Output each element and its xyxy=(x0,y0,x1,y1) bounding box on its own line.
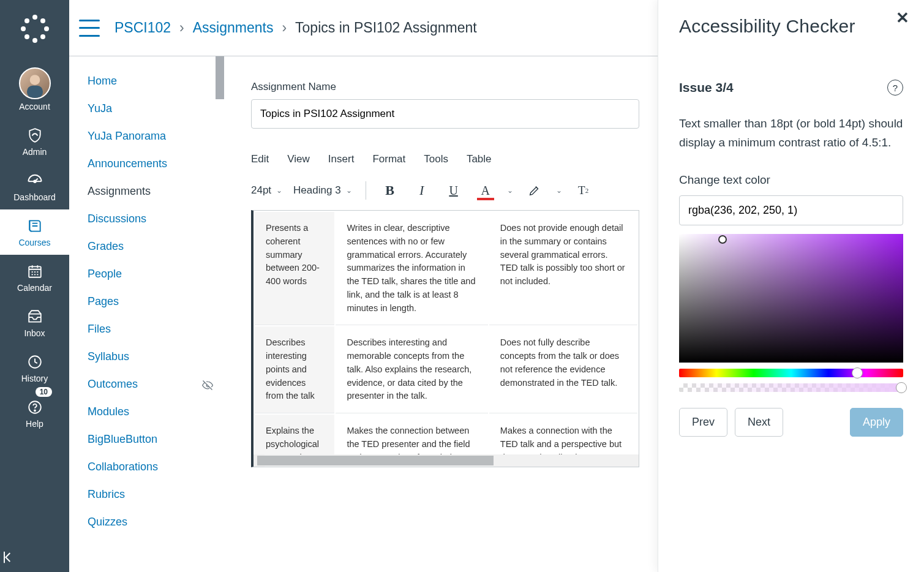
font-size-dropdown[interactable]: 24pt ⌄ xyxy=(251,184,282,197)
svg-rect-9 xyxy=(27,86,43,98)
course-nav-item[interactable]: Syllabus xyxy=(88,343,216,371)
course-nav-item[interactable]: Grades xyxy=(88,233,216,260)
scrollbar-thumb[interactable] xyxy=(257,456,494,465)
horizontal-scrollbar[interactable]: ◂ xyxy=(257,454,639,467)
issue-counter: Issue 3/4 xyxy=(679,80,734,95)
svg-point-1 xyxy=(32,38,37,43)
breadcrumb-course[interactable]: PSCI102 xyxy=(115,20,171,36)
clock-icon xyxy=(26,353,44,371)
svg-point-5 xyxy=(40,18,45,23)
close-button[interactable]: ✕ xyxy=(896,9,909,28)
breadcrumb-section[interactable]: Assignments xyxy=(193,20,274,36)
table-cell[interactable]: Presents a coherent summary between 200-… xyxy=(255,212,334,325)
issue-help-button[interactable]: ? xyxy=(887,80,903,96)
nav-calendar[interactable]: Calendar xyxy=(0,255,69,300)
nav-inbox-label: Inbox xyxy=(0,328,69,338)
superscript-button[interactable]: T2 xyxy=(573,180,594,201)
course-nav-item[interactable]: Files xyxy=(88,315,216,343)
table-cell[interactable]: Describes interesting and memorable conc… xyxy=(336,326,487,413)
menu-table[interactable]: Table xyxy=(467,153,492,165)
canvas-logo-icon xyxy=(18,12,51,45)
hue-thumb[interactable] xyxy=(852,367,863,378)
nav-help-label: Help xyxy=(0,419,69,429)
rce-content-area[interactable]: Presents a coherent summary between 200-… xyxy=(251,210,639,467)
color-value-input[interactable] xyxy=(679,195,903,225)
book-icon xyxy=(26,217,44,235)
hue-slider[interactable] xyxy=(679,369,903,377)
course-nav-item[interactable]: People xyxy=(88,260,216,288)
underline-button[interactable]: U xyxy=(443,180,464,201)
nav-account[interactable]: Account xyxy=(0,60,69,119)
close-icon: ✕ xyxy=(896,9,909,27)
bold-button[interactable]: B xyxy=(380,180,400,201)
paragraph-value: Heading 3 xyxy=(293,184,341,197)
svg-point-4 xyxy=(24,18,29,23)
course-nav-item[interactable]: Discussions xyxy=(88,205,216,233)
chevron-down-icon: ⌄ xyxy=(276,186,282,195)
course-nav-item[interactable]: Collaborations xyxy=(88,453,216,481)
table-cell[interactable]: Writes in clear, descriptive sentences w… xyxy=(336,212,487,325)
next-button[interactable]: Next xyxy=(735,408,783,437)
nav-help[interactable]: 10 Help xyxy=(0,391,69,436)
course-nav-item[interactable]: Rubrics xyxy=(88,481,216,508)
assignment-name-label: Assignment Name xyxy=(251,81,639,93)
nav-inbox[interactable]: Inbox xyxy=(0,300,69,345)
accessibility-checker-panel: ✕ Accessibility Checker Issue 3/4 ? Text… xyxy=(658,0,924,572)
alpha-slider[interactable] xyxy=(679,383,903,392)
assignment-name-input[interactable] xyxy=(251,99,639,129)
nav-history-label: History xyxy=(0,374,69,383)
menu-edit[interactable]: Edit xyxy=(251,153,269,165)
menu-format[interactable]: Format xyxy=(372,153,405,165)
course-nav-item[interactable]: BigBlueButton xyxy=(88,426,216,453)
text-color-button[interactable]: A xyxy=(475,180,496,201)
chevron-down-icon[interactable]: ⌄ xyxy=(556,186,562,195)
saturation-picker[interactable] xyxy=(679,234,903,363)
svg-point-6 xyxy=(24,34,29,39)
course-nav-item[interactable]: YuJa xyxy=(88,95,216,122)
course-nav-item[interactable]: Outcomes xyxy=(88,371,216,398)
table-cell[interactable]: Does not fully describe concepts from th… xyxy=(489,326,637,413)
course-nav-toggle[interactable] xyxy=(79,20,100,37)
table-cell[interactable]: Does not provide enough detail in the su… xyxy=(489,212,637,325)
course-nav-item[interactable]: Pages xyxy=(88,288,216,315)
chevron-down-icon[interactable]: ⌄ xyxy=(507,186,513,195)
nav-account-label: Account xyxy=(0,102,69,111)
issue-description: Text smaller than 18pt (or bold 14pt) sh… xyxy=(679,114,903,152)
menu-view[interactable]: View xyxy=(287,153,310,165)
breadcrumb: PSCI102 › Assignments › Topics in PSI102… xyxy=(115,20,477,36)
saturation-cursor[interactable] xyxy=(718,235,727,244)
nav-courses[interactable]: Courses xyxy=(0,209,69,255)
menu-tools[interactable]: Tools xyxy=(424,153,448,165)
course-nav-item[interactable]: Announcements xyxy=(88,150,216,178)
course-nav-item[interactable]: Quizzes xyxy=(88,508,216,536)
highlight-button[interactable] xyxy=(524,180,545,201)
nav-dashboard[interactable]: Dashboard xyxy=(0,164,69,209)
nav-history[interactable]: History xyxy=(0,345,69,391)
nav-admin[interactable]: Admin xyxy=(0,119,69,164)
collapse-nav-button[interactable] xyxy=(0,549,69,566)
rce-editor: Edit View Insert Format Tools Table 24pt… xyxy=(251,153,639,467)
scrollbar-thumb[interactable] xyxy=(216,56,224,99)
nav-calendar-label: Calendar xyxy=(0,283,69,293)
breadcrumb-current: Topics in PSI102 Assignment xyxy=(295,20,477,36)
nav-courses-label: Courses xyxy=(0,238,69,247)
inbox-icon xyxy=(26,307,44,326)
table-cell[interactable]: Describes interesting points and evidenc… xyxy=(255,326,334,413)
rce-toolbar: 24pt ⌄ Heading 3 ⌄ B I U A ⌄ ⌄ T2 xyxy=(251,176,639,210)
svg-point-14 xyxy=(34,410,36,411)
course-nav-item[interactable]: Home xyxy=(88,67,216,95)
shield-icon xyxy=(26,126,44,145)
course-nav-item[interactable]: YuJa Panorama xyxy=(88,122,216,150)
menu-insert[interactable]: Insert xyxy=(328,153,355,165)
course-nav-item[interactable]: Modules xyxy=(88,398,216,426)
course-nav-item[interactable]: Assignments xyxy=(88,178,216,205)
hidden-eye-icon xyxy=(201,379,214,391)
prev-button[interactable]: Prev xyxy=(679,408,727,437)
paragraph-dropdown[interactable]: Heading 3 ⌄ xyxy=(293,184,352,197)
svg-point-0 xyxy=(32,15,37,20)
apply-button[interactable]: Apply xyxy=(850,408,903,437)
italic-button[interactable]: I xyxy=(411,180,432,201)
nav-admin-label: Admin xyxy=(0,147,69,157)
brand-logo[interactable] xyxy=(16,10,54,48)
alpha-thumb[interactable] xyxy=(896,382,907,393)
